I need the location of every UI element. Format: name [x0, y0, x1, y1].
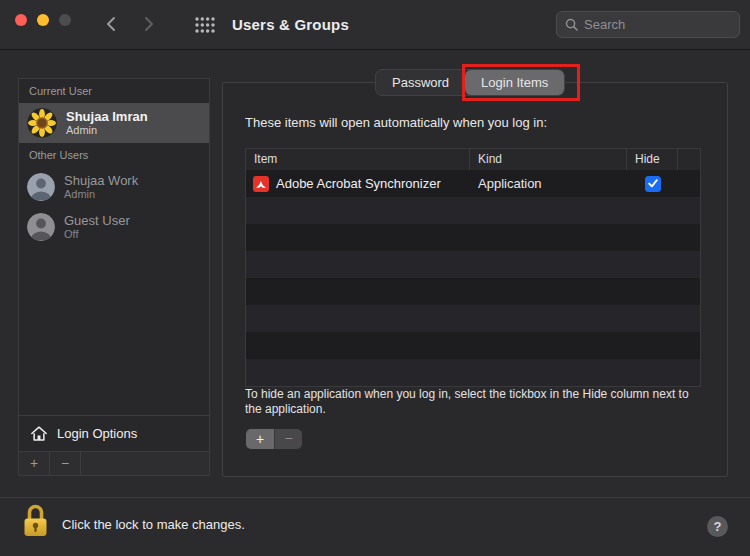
user-row-shujaa-work[interactable]: Shujaa Work Admin	[19, 167, 209, 207]
column-header-item[interactable]: Item	[246, 149, 470, 170]
minimize-button[interactable]	[37, 14, 49, 26]
tab-login-items[interactable]: Login Items	[465, 70, 564, 95]
login-items-add-remove: + −	[245, 428, 303, 450]
user-name: Guest User	[64, 213, 130, 228]
column-header-kind[interactable]: Kind	[470, 149, 627, 170]
empty-table-row	[246, 197, 700, 224]
login-items-table: Item Kind Hide Adobe Acrobat Synchronize…	[245, 148, 701, 387]
users-groups-window: Users & Groups Current User	[0, 0, 750, 556]
sunflower-avatar	[27, 108, 57, 138]
lock-icon[interactable]	[22, 502, 49, 543]
back-button[interactable]	[106, 16, 118, 32]
search-icon	[565, 18, 578, 31]
remove-user-button[interactable]: −	[50, 452, 81, 475]
user-name: Shujaa Imran	[66, 109, 148, 124]
zoom-button[interactable]	[59, 14, 71, 26]
user-role: Admin	[66, 124, 148, 137]
column-header-filler	[678, 149, 700, 170]
login-options-label: Login Options	[57, 426, 137, 441]
login-options-button[interactable]: Login Options	[19, 415, 209, 451]
empty-table-row	[246, 305, 700, 332]
column-header-hide[interactable]: Hide	[627, 149, 678, 170]
search-field[interactable]	[556, 11, 740, 38]
close-button[interactable]	[15, 14, 27, 26]
table-row[interactable]: Adobe Acrobat Synchronizer Application	[246, 170, 700, 197]
tab-bar: Password Login Items	[375, 69, 565, 96]
person-avatar	[27, 173, 55, 201]
remove-login-item-button[interactable]: −	[274, 429, 302, 449]
empty-table-row	[246, 332, 700, 359]
login-item-name: Adobe Acrobat Synchronizer	[276, 176, 441, 191]
user-role: Off	[64, 228, 130, 241]
footer-divider	[0, 497, 750, 498]
tab-password[interactable]: Password	[376, 70, 465, 95]
table-header-row: Item Kind Hide	[246, 149, 700, 170]
adobe-acrobat-icon	[253, 176, 269, 192]
lock-message: Click the lock to make changes.	[62, 517, 245, 532]
traffic-lights	[15, 14, 71, 26]
help-button[interactable]: ?	[707, 516, 728, 537]
hide-hint-text: To hide an application when you log in, …	[245, 387, 707, 417]
user-name: Shujaa Work	[64, 173, 138, 188]
show-all-grid-icon[interactable]	[194, 16, 216, 38]
empty-table-row	[246, 224, 700, 251]
add-login-item-button[interactable]: +	[246, 429, 274, 449]
empty-table-row	[246, 359, 700, 386]
login-items-intro-text: These items will open automatically when…	[245, 115, 705, 130]
empty-table-row	[246, 278, 700, 305]
section-header-current-user: Current User	[19, 79, 209, 103]
user-role: Admin	[64, 188, 138, 201]
window-title: Users & Groups	[232, 0, 349, 50]
home-icon	[30, 425, 48, 442]
table-body: Adobe Acrobat Synchronizer Application	[246, 170, 700, 386]
user-list-sidebar: Current User	[18, 78, 210, 452]
sidebar-add-remove-bar: + −	[18, 452, 210, 476]
add-user-button[interactable]: +	[19, 452, 50, 475]
person-avatar	[27, 213, 55, 241]
hide-checkbox[interactable]	[645, 176, 661, 192]
titlebar: Users & Groups	[0, 0, 750, 50]
empty-table-row	[246, 251, 700, 278]
section-header-other-users: Other Users	[19, 143, 209, 167]
login-item-kind: Application	[470, 176, 627, 191]
user-row-guest-user[interactable]: Guest User Off	[19, 207, 209, 247]
user-row-shujaa-imran[interactable]: Shujaa Imran Admin	[19, 103, 209, 143]
forward-button[interactable]	[144, 16, 156, 32]
search-input[interactable]	[584, 17, 731, 32]
